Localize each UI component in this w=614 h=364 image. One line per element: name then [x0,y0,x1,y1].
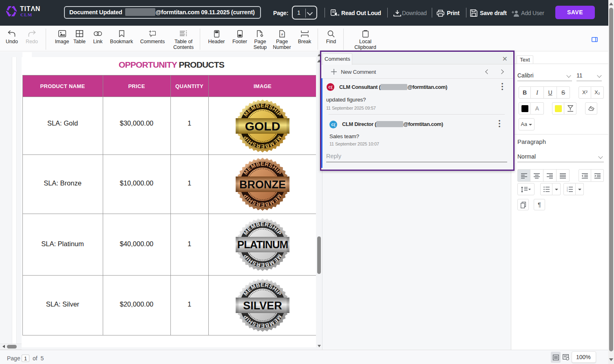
svg-text:GOLD: GOLD [245,119,280,133]
svg-text:3: 3 [567,191,568,192]
svg-text:#: # [281,33,283,36]
svg-text:PLATINUM: PLATINUM [237,238,288,251]
svg-text:BRONZE: BRONZE [239,179,286,191]
svg-text:SILVER: SILVER [243,300,282,312]
svg-text:1: 1 [567,187,568,189]
